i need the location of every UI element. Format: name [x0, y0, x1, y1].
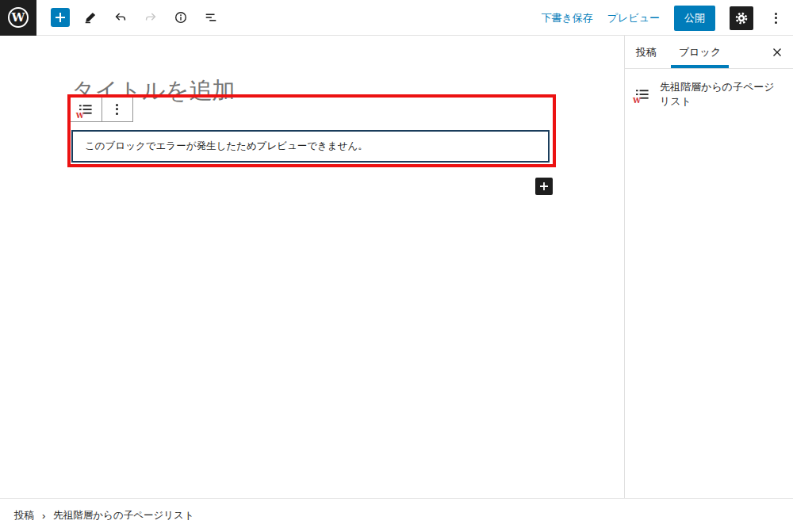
- save-draft-button[interactable]: 下書き保存: [541, 11, 592, 25]
- wordpress-logo-icon: W: [8, 7, 29, 28]
- block-card: W 先祖階層からの子ページリスト: [625, 69, 793, 120]
- gear-icon: [734, 11, 749, 25]
- publish-button[interactable]: 公開: [674, 6, 715, 31]
- block-options-button[interactable]: [102, 97, 133, 121]
- undo-button[interactable]: [111, 8, 130, 27]
- warning-mark-icon: W: [633, 98, 641, 105]
- breadcrumb-post[interactable]: 投稿: [14, 509, 34, 522]
- editor-canvas: タイトルを追加 W このブロックでエラーが発生した: [0, 36, 624, 498]
- vertical-ellipsis-icon: [775, 13, 777, 24]
- pencil-icon: [83, 10, 98, 25]
- options-menu-button[interactable]: [768, 6, 783, 30]
- editor-top-bar: W: [0, 0, 793, 36]
- list-view-icon: [204, 10, 218, 25]
- details-button[interactable]: [171, 8, 190, 27]
- close-icon: [772, 47, 783, 58]
- wordpress-logo[interactable]: W: [0, 0, 36, 36]
- block-error-text: このブロックでエラーが発生したためプレビューできません。: [85, 140, 368, 153]
- sidebar-tabs: 投稿 ブロック: [625, 36, 793, 69]
- warning-mark-icon: W: [76, 113, 84, 120]
- block-card-title: 先祖階層からの子ページリスト: [660, 80, 783, 109]
- block-error-message[interactable]: このブロックでエラーが発生したためプレビューできません。: [71, 130, 550, 163]
- undo-icon: [113, 10, 128, 25]
- add-block-button[interactable]: [535, 178, 553, 195]
- breadcrumb-block[interactable]: 先祖階層からの子ページリスト: [53, 509, 193, 522]
- redo-icon: [144, 10, 158, 25]
- child-page-list-block-icon: W: [78, 101, 94, 117]
- tab-block[interactable]: ブロック: [668, 36, 732, 68]
- block-switcher-button[interactable]: W: [70, 97, 102, 121]
- plus-icon: [55, 12, 66, 23]
- preview-button[interactable]: プレビュー: [607, 11, 660, 25]
- block-editor-screen: W: [0, 0, 793, 532]
- breadcrumb-separator-icon: ›: [42, 510, 45, 522]
- info-icon: [174, 10, 188, 25]
- block-toolbar: W: [69, 96, 133, 122]
- child-page-list-block-icon: W: [634, 86, 650, 102]
- plus-icon: [539, 182, 549, 191]
- block-inserter-button[interactable]: [51, 8, 70, 27]
- settings-toggle-button[interactable]: [730, 6, 753, 30]
- redo-button[interactable]: [141, 8, 160, 27]
- edit-mode-button[interactable]: [81, 8, 100, 27]
- editor-settings-tools: 下書き保存 プレビュー 公開: [541, 0, 783, 36]
- editor-footer: 投稿 › 先祖階層からの子ページリスト: [0, 498, 793, 532]
- editor-tools: [51, 8, 220, 27]
- vertical-ellipsis-icon: [116, 104, 118, 115]
- list-view-button[interactable]: [201, 8, 220, 27]
- close-sidebar-button[interactable]: [761, 36, 793, 68]
- settings-sidebar: 投稿 ブロック W 先祖階層からの子ページリスト: [624, 36, 793, 498]
- tab-post[interactable]: 投稿: [625, 36, 668, 68]
